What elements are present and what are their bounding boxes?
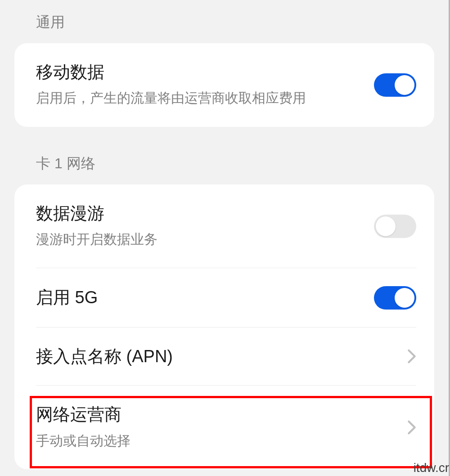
mobile-data-row[interactable]: 移动数据 启用后，产生的流量将由运营商收取相应费用 — [14, 43, 434, 127]
carrier-title: 网络运营商 — [36, 404, 398, 426]
chevron-right-icon — [407, 349, 416, 364]
apn-text: 接入点名称 (APN) — [36, 346, 398, 368]
mobile-data-text: 移动数据 启用后，产生的流量将由运营商收取相应费用 — [36, 61, 365, 109]
enable-5g-text: 启用 5G — [36, 287, 365, 309]
data-roaming-row[interactable]: 数据漫游 漫游时开启数据业务 — [14, 184, 434, 268]
carrier-text: 网络运营商 手动或自动选择 — [36, 404, 398, 451]
section-header-sim1: 卡 1 网络 — [0, 127, 449, 184]
watermark-text: itdw.cr — [414, 461, 449, 475]
toggle-knob-icon — [395, 75, 414, 95]
data-roaming-title: 数据漫游 — [36, 202, 365, 225]
mobile-data-subtitle: 启用后，产生的流量将由运营商收取相应费用 — [36, 88, 365, 109]
apn-title: 接入点名称 (APN) — [36, 346, 398, 368]
carrier-row[interactable]: 网络运营商 手动或自动选择 — [14, 386, 434, 469]
data-roaming-text: 数据漫游 漫游时开启数据业务 — [36, 202, 365, 250]
mobile-data-title: 移动数据 — [36, 61, 365, 83]
carrier-subtitle: 手动或自动选择 — [36, 431, 398, 452]
section-header-general: 通用 — [0, 0, 449, 43]
chevron-right-icon — [407, 420, 416, 435]
data-roaming-toggle[interactable] — [374, 215, 416, 238]
general-card: 移动数据 启用后，产生的流量将由运营商收取相应费用 — [14, 43, 434, 127]
enable-5g-title: 启用 5G — [36, 287, 365, 309]
toggle-knob-icon — [376, 216, 396, 236]
data-roaming-subtitle: 漫游时开启数据业务 — [36, 229, 365, 250]
mobile-data-toggle[interactable] — [374, 73, 416, 97]
toggle-knob-icon — [395, 288, 414, 308]
sim1-card: 数据漫游 漫游时开启数据业务 启用 5G 接入点名称 (APN) — [14, 184, 434, 469]
enable-5g-toggle[interactable] — [374, 286, 416, 310]
apn-row[interactable]: 接入点名称 (APN) — [14, 328, 434, 386]
enable-5g-row[interactable]: 启用 5G — [14, 268, 434, 328]
